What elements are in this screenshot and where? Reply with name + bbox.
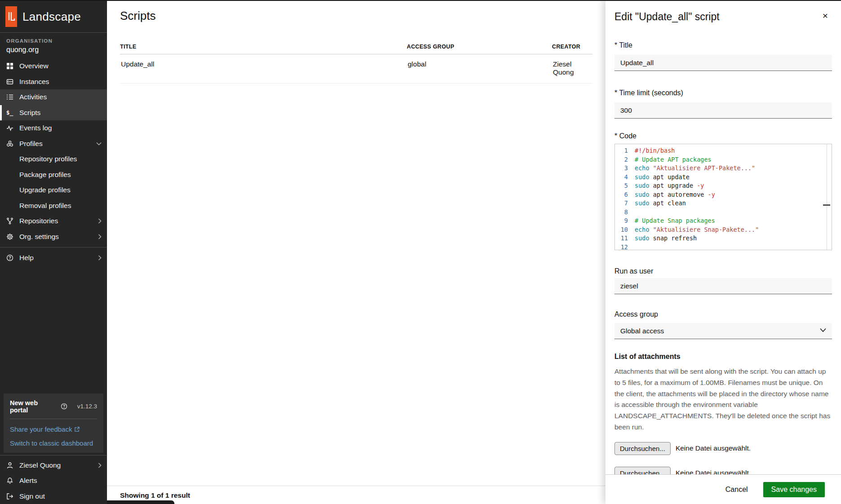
chevron-right-icon (98, 255, 102, 261)
chevron-right-icon (98, 463, 102, 468)
sidebar: Landscape ORGANISATION quong.org Overvie… (0, 0, 107, 504)
file-input-row-1: Durchsuchen... Keine Datei ausgewählt. (614, 442, 832, 455)
sidebar-item-label: Repository profiles (19, 155, 77, 163)
sidebar-item-label: Instances (19, 78, 49, 86)
sign-out-label: Sign out (19, 492, 45, 500)
sidebar-item-label: Profiles (19, 140, 43, 148)
gear-icon (6, 233, 13, 240)
no-file-label: Keine Datei ausgewählt. (676, 444, 751, 452)
sidebar-item-activities[interactable]: Activities (0, 89, 107, 105)
sidebar-item-label: Events log (19, 124, 52, 132)
sidebar-item-overview[interactable]: Overview (0, 58, 107, 74)
title-field-label: * Title (614, 40, 832, 50)
sidebar-item-removal-profiles[interactable]: Removal profiles (0, 198, 107, 214)
alerts-label: Alerts (19, 477, 37, 485)
activities-icon (6, 93, 13, 101)
sidebar-item-upgrade-profiles[interactable]: Upgrade profiles (0, 182, 107, 198)
close-icon[interactable]: × (819, 10, 831, 22)
organisation-name: quong.org (6, 46, 101, 54)
table-header-row: TITLE ACCESS GROUP CREATOR (120, 44, 592, 54)
external-link-icon (75, 427, 80, 432)
edit-script-panel: Edit "Update_all" script × * Title * Tim… (605, 0, 841, 504)
version-badge: v1.12.3 (77, 403, 97, 410)
user-name: Ziesel Quong (19, 461, 61, 469)
sidebar-item-label: Org. settings (19, 233, 59, 241)
code-label: * Code (614, 131, 832, 141)
browse-button[interactable]: Durchsuchen... (614, 442, 671, 455)
results-count: Showing 1 of 1 result (120, 491, 190, 499)
scrollbar-track[interactable] (827, 144, 827, 250)
scripts-table: TITLE ACCESS GROUP CREATOR Update_all gl… (120, 44, 592, 84)
bell-icon (6, 477, 13, 485)
main-content: Scripts TITLE ACCESS GROUP CREATOR Updat… (107, 0, 605, 504)
column-header-access-group[interactable]: ACCESS GROUP (407, 44, 552, 50)
browser-status-tooltip (107, 500, 174, 504)
access-group-select[interactable]: Global access (614, 323, 832, 339)
sidebar-item-help[interactable]: Help (0, 250, 107, 266)
sidebar-nav: Overview Instances Activities $_ Scripts (0, 58, 107, 266)
chevron-right-icon (98, 218, 102, 224)
overview-icon (6, 62, 13, 70)
cell-title[interactable]: Update_all (121, 60, 408, 76)
switch-classic-link[interactable]: Switch to classic dashboard (10, 439, 93, 447)
sidebar-item-label: Repositories (19, 217, 58, 225)
scrollbar-thumb[interactable] (823, 204, 830, 206)
panel-footer: Cancel Save changes (605, 474, 841, 504)
table-row[interactable]: Update_all global Ziesel Quong (120, 54, 592, 84)
page-title: Scripts (120, 9, 605, 23)
sidebar-item-label: Removal profiles (19, 202, 71, 210)
sidebar-item-label: Scripts (19, 109, 40, 117)
divider (0, 247, 107, 248)
results-footer: Showing 1 of 1 result (107, 486, 605, 504)
sidebar-item-label: Package profiles (19, 171, 71, 179)
organisation-block: ORGANISATION quong.org (0, 33, 107, 58)
cell-creator: Ziesel Quong (553, 60, 592, 76)
profiles-icon (6, 140, 13, 147)
panel-title: Edit "Update_all" script (614, 10, 832, 23)
save-changes-button[interactable]: Save changes (763, 482, 825, 497)
cell-access-group: global (408, 60, 553, 76)
sidebar-item-label: Help (19, 254, 34, 262)
run-as-user-label: Run as user (614, 266, 832, 276)
column-header-creator[interactable]: CREATOR (552, 44, 592, 50)
chevron-down-icon (96, 142, 102, 146)
switch-classic-label: Switch to classic dashboard (10, 439, 93, 447)
sidebar-item-repository-profiles[interactable]: Repository profiles (0, 151, 107, 167)
sidebar-item-label: Activities (19, 93, 47, 101)
brand-logo[interactable]: Landscape (0, 0, 107, 32)
time-limit-label: * Time limit (seconds) (614, 88, 832, 98)
sidebar-item-profiles[interactable]: Profiles (0, 136, 107, 152)
organisation-label: ORGANISATION (6, 38, 101, 44)
repositories-icon (6, 217, 13, 225)
user-icon (6, 461, 13, 469)
sidebar-item-label: Overview (19, 62, 49, 70)
column-header-title[interactable]: TITLE (120, 44, 407, 50)
sidebar-item-events-log[interactable]: Events log (0, 120, 107, 136)
access-group-label: Access group (614, 309, 832, 319)
sidebar-item-package-profiles[interactable]: Package profiles (0, 167, 107, 183)
sidebar-item-sign-out[interactable]: Sign out (0, 489, 107, 504)
attachments-description: Attachments that will be sent along with… (614, 366, 832, 433)
chevron-right-icon (98, 234, 102, 239)
sidebar-item-alerts[interactable]: Alerts (0, 473, 107, 489)
instances-icon (6, 78, 13, 85)
time-limit-input[interactable] (614, 102, 832, 119)
user-menu[interactable]: Ziesel Quong (0, 458, 107, 473)
sidebar-item-repositories[interactable]: Repositories (0, 213, 107, 229)
title-input[interactable] (614, 55, 832, 71)
code-editor[interactable]: 1#!/bin/bash2# Update APT packages3echo … (614, 144, 832, 250)
cancel-button[interactable]: Cancel (725, 486, 748, 494)
sidebar-item-org-settings[interactable]: Org. settings (0, 229, 107, 245)
attachments-heading: List of attachments (614, 353, 832, 361)
info-icon[interactable] (61, 403, 67, 410)
sidebar-item-label: Upgrade profiles (19, 186, 71, 194)
new-web-portal-title: New web portal (10, 399, 57, 414)
sidebar-item-instances[interactable]: Instances (0, 74, 107, 90)
sidebar-item-scripts[interactable]: $_ Scripts (0, 105, 107, 121)
window-top-edge (0, 0, 841, 1)
new-web-portal-box: New web portal v1.12.3 Share your feedba… (4, 393, 103, 453)
share-feedback-link[interactable]: Share your feedback (10, 425, 80, 433)
landscape-app: Landscape ORGANISATION quong.org Overvie… (0, 0, 841, 504)
landscape-logo-icon (5, 6, 17, 27)
run-as-user-input[interactable] (614, 278, 832, 294)
